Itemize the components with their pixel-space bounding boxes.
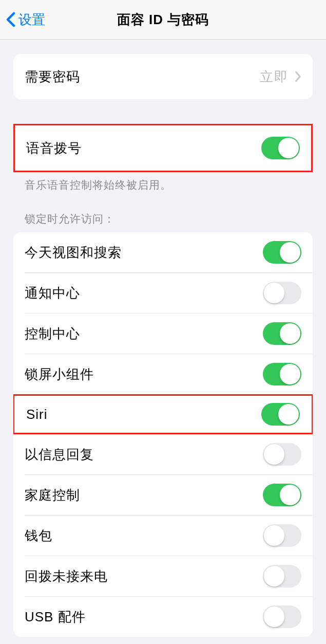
- voice-dial-label: 语音拨号: [26, 139, 82, 157]
- voice-dial-row: 语音拨号: [15, 125, 311, 171]
- content: 需要密码 立即 语音拨号 音乐语音控制将始终被启用。 锁定时允许访问：: [0, 54, 326, 644]
- lock-toggle-控制中心[interactable]: [263, 322, 301, 345]
- lock-row-label: 家庭控制: [25, 486, 80, 504]
- lock-toggle-锁屏小组件[interactable]: [263, 363, 301, 385]
- section-lock-access: 锁定时允许访问： 今天视图和搜索 通知中心 控制中心 锁屏小组件 Siri: [0, 212, 326, 644]
- toggle-knob: [280, 242, 300, 263]
- chevron-left-icon: [6, 12, 15, 27]
- lock-access-header: 锁定时允许访问：: [0, 212, 326, 232]
- lock-toggle-通知中心[interactable]: [263, 282, 301, 304]
- lock-toggle-以信息回复[interactable]: [263, 443, 301, 466]
- toggle-knob: [280, 364, 300, 384]
- lock-row-今天视图和搜索: 今天视图和搜索: [13, 232, 313, 272]
- lock-toggle-家庭控制[interactable]: [263, 484, 301, 506]
- toggle-knob: [264, 566, 284, 586]
- lock-row-钱包: 钱包: [13, 516, 313, 556]
- require-passcode-value: 立即: [260, 68, 289, 86]
- card-voice-dial: 语音拨号: [13, 124, 313, 172]
- lock-toggle-钱包[interactable]: [263, 524, 301, 547]
- lock-toggle-usb-配件[interactable]: [263, 605, 301, 628]
- highlight-wrapper-siri: Siri: [13, 394, 313, 434]
- toggle-knob: [264, 444, 284, 465]
- lock-row-label: 回拨未接来电: [25, 567, 108, 585]
- chevron-right-icon: [295, 71, 301, 82]
- voice-dial-toggle[interactable]: [261, 137, 300, 159]
- lock-row-label: 锁屏小组件: [25, 365, 94, 383]
- card-require-passcode: 需要密码 立即: [13, 54, 313, 99]
- lock-row-label: 通知中心: [25, 284, 80, 302]
- require-passcode-row[interactable]: 需要密码 立即: [13, 54, 313, 99]
- lock-row-label: USB 配件: [25, 608, 86, 626]
- page-title: 面容 ID 与密码: [117, 11, 209, 29]
- lock-row-以信息回复: 以信息回复: [13, 434, 313, 474]
- lock-toggle-今天视图和搜索[interactable]: [263, 241, 301, 264]
- lock-toggle-siri[interactable]: [261, 403, 300, 426]
- toggle-knob: [278, 138, 299, 158]
- back-button[interactable]: 设置: [6, 11, 45, 29]
- lock-row-label: 今天视图和搜索: [25, 244, 122, 262]
- card-lock-access: 今天视图和搜索 通知中心 控制中心 锁屏小组件 Siri: [13, 232, 313, 637]
- voice-dial-footer: 音乐语音控制将始终被启用。: [0, 172, 326, 192]
- lock-row-label: 钱包: [25, 527, 52, 545]
- lock-row-锁屏小组件: 锁屏小组件: [13, 354, 313, 394]
- lock-row-label: 以信息回复: [25, 446, 94, 464]
- toggle-knob: [264, 283, 284, 303]
- toggle-knob: [278, 404, 299, 425]
- require-passcode-value-group: 立即: [260, 68, 301, 86]
- lock-row-家庭控制: 家庭控制: [13, 475, 313, 515]
- toggle-knob: [264, 606, 284, 627]
- lock-row-回拨未接来电: 回拨未接来电: [13, 556, 313, 596]
- lock-row-控制中心: 控制中心: [13, 314, 313, 354]
- back-label: 设置: [18, 11, 45, 29]
- lock-row-usb-配件: USB 配件: [13, 597, 313, 637]
- lock-toggle-回拨未接来电[interactable]: [263, 565, 301, 587]
- section-require-passcode: 需要密码 立即: [0, 54, 326, 99]
- lock-row-label: Siri: [26, 407, 48, 422]
- lock-access-footer: iPhone 锁定超过一小时后，需先解锁 iPhone 才能允许 USB 配件连…: [0, 637, 326, 644]
- lock-row-label: 控制中心: [25, 325, 80, 343]
- toggle-knob: [280, 485, 300, 505]
- lock-row-通知中心: 通知中心: [13, 273, 313, 313]
- toggle-knob: [264, 525, 284, 546]
- toggle-knob: [280, 323, 300, 344]
- section-voice-dial: 语音拨号 音乐语音控制将始终被启用。: [0, 124, 326, 192]
- require-passcode-label: 需要密码: [25, 68, 80, 86]
- nav-bar: 设置 面容 ID 与密码: [0, 0, 326, 40]
- lock-row-siri: Siri: [14, 396, 312, 433]
